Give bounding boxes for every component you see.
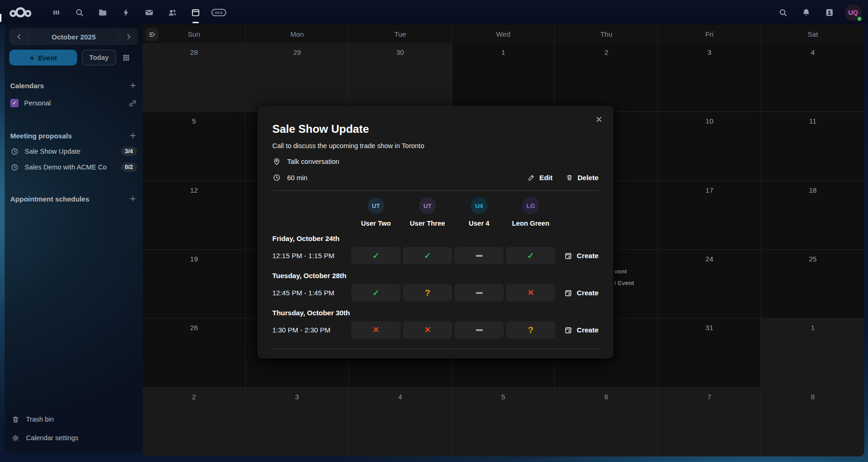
create-event-button[interactable]: Create [564,289,598,297]
add-appointment-schedule-button[interactable] [129,195,137,203]
slot-group-date: Thursday, October 30th [272,309,598,317]
app-ocs-button[interactable]: ocs [207,0,230,25]
slot-time-range: 12:15 PM - 1:15 PM [272,252,351,260]
app-mail-button[interactable] [138,0,161,25]
new-event-button[interactable]: + Event [9,50,77,65]
calendar-day-cell[interactable]: 1 [452,43,555,112]
day-number: 24 [705,255,713,318]
proposal-item[interactable]: Sale Show Update 3/4 [10,143,137,159]
location-row: Talk conversation [272,157,598,166]
calendar-day-cell[interactable]: 2 [143,388,246,456]
calendar-settings-button[interactable]: Calendar settings [9,429,138,447]
calendar-day-cell[interactable]: 1 [761,319,864,387]
day-number: 11 [809,117,816,180]
day-number: 2 [192,393,196,456]
proposal-count-badge: 3/4 [121,147,137,156]
availability-yes-cell: ✓ [351,247,401,264]
calendar-day-cell[interactable]: 19 [143,250,246,319]
view-switcher-button[interactable] [122,53,131,62]
create-event-button[interactable]: Create [564,252,598,260]
calendar-create-icon [564,289,572,297]
calendar-item-personal[interactable]: ✓ Personal [10,95,137,111]
trash-bin-button[interactable]: Trash bin [9,410,138,429]
app-dashboard-button[interactable] [45,0,68,25]
calendar-day-cell[interactable]: 5 [452,388,555,456]
weekday-header: Thu [555,25,658,43]
day-number: 25 [809,255,817,318]
user-avatar[interactable]: UQ [845,4,861,21]
calendar-day-cell[interactable]: 4 [761,43,864,112]
calendar-day-cell[interactable]: 25 [761,250,864,319]
app-activity-button[interactable] [114,0,138,25]
previous-month-button[interactable] [9,28,29,45]
app-files-button[interactable] [91,0,114,25]
availability-no-cell: ✕ [351,321,401,338]
calendar-day-cell[interactable]: 4 [349,388,452,456]
day-number: 3 [295,393,299,456]
day-number: 5 [192,117,196,180]
today-button[interactable]: Today [82,50,116,65]
calendar-day-cell[interactable]: 2 [555,43,658,112]
day-number: 5 [501,393,505,456]
calendar-day-cell[interactable]: 11 [761,112,864,181]
share-link-icon[interactable] [128,99,137,108]
calendar-checkbox[interactable]: ✓ [10,99,19,107]
day-number: 3 [708,48,711,111]
activity-icon [121,7,131,18]
calendar-day-cell[interactable]: 28 [143,43,246,112]
search-icon [778,7,788,18]
unified-search-button[interactable] [771,0,795,25]
attendee-name: Leon Green [512,220,550,227]
calendar-day-cell[interactable]: 24 [658,250,761,319]
contacts-menu-button[interactable] [818,0,841,25]
next-month-button[interactable] [118,28,138,45]
create-event-button[interactable]: Create [564,326,598,334]
day-number: 28 [190,48,198,111]
partially-hidden-event[interactable]: l Event [614,280,634,286]
collapse-sidebar-button[interactable] [145,28,158,41]
current-month-label[interactable]: October 2025 [29,28,118,45]
pencil-icon [527,174,535,182]
notifications-button[interactable] [795,0,818,25]
location-value: Talk conversation [287,158,339,165]
availability-maybe-cell: ? [403,284,452,301]
slot-group-date: Tuesday, October 28th [272,272,598,280]
calendar-day-cell[interactable]: 26 [143,319,246,387]
add-proposal-button[interactable] [129,131,137,140]
partially-hidden-event[interactable]: vent [614,268,627,275]
availability-yes-cell: ✓ [506,247,555,264]
day-number: 31 [705,324,713,387]
proposal-item[interactable]: Sales Demo with ACME Co 0/2 [10,159,137,175]
appointments-section-header: Appointment schedules [10,195,137,203]
delete-button[interactable]: Delete [566,174,598,182]
duration-row: 60 min Edit Delete [272,173,598,182]
calendar-day-cell[interactable]: 17 [658,181,761,250]
close-button[interactable] [591,111,607,127]
calendar-day-cell[interactable]: 3 [658,43,761,112]
chevron-right-icon [125,33,133,41]
proposal-actions: Edit Delete [527,174,598,182]
slot-row: 12:45 PM - 1:45 PM✓?✕Create [272,284,598,301]
calendar-day-cell[interactable]: 31 [658,319,761,387]
calendar-settings-label: Calendar settings [26,434,79,442]
weekday-header-row: SunMonTueWedThuFriSat [143,25,864,43]
calendar-day-cell[interactable]: 6 [555,388,658,456]
app-contacts-button[interactable] [161,0,184,25]
app-search-button[interactable] [68,0,91,25]
calendar-day-cell[interactable]: 8 [761,388,864,456]
day-number: 12 [190,186,198,249]
attendee-header-row: UTUser TwoUTUser ThreeU4User 4LGLeon Gre… [272,197,598,227]
calendar-day-cell[interactable]: 10 [658,112,761,181]
calendar-day-cell[interactable]: 18 [761,181,864,250]
app-calendar-button[interactable] [184,0,207,25]
calendar-day-cell[interactable]: 29 [246,43,349,112]
calendar-day-cell[interactable]: 12 [143,181,246,250]
calendar-day-cell[interactable]: 5 [143,112,246,181]
calendar-day-cell[interactable]: 30 [349,43,452,112]
nextcloud-logo[interactable] [8,6,33,19]
edit-button[interactable]: Edit [527,174,552,182]
calendar-day-cell[interactable]: 3 [246,388,349,456]
add-calendar-button[interactable] [129,81,137,90]
proposals-section-header: Meeting proposals [10,131,137,140]
calendar-day-cell[interactable]: 7 [658,388,761,456]
